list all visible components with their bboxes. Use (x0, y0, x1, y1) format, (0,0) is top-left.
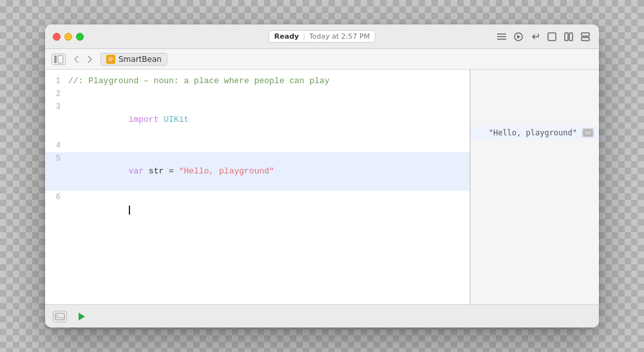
return-icon[interactable] (529, 31, 541, 43)
minimize-button[interactable] (64, 33, 72, 41)
single-panel-icon[interactable] (546, 31, 558, 43)
line-content-1: //: Playground – noun: a place where peo… (68, 75, 469, 88)
code-line-3: 3 import UIKit (45, 101, 469, 139)
result-eye-icon[interactable] (582, 128, 594, 137)
code-lines: 1 //: Playground – noun: a place where p… (45, 70, 469, 235)
svg-rect-9 (54, 55, 57, 63)
code-line-1: 1 //: Playground – noun: a place where p… (45, 75, 469, 88)
text-cursor (129, 206, 130, 215)
svg-rect-14 (55, 313, 64, 320)
code-line-4: 4 (45, 139, 469, 152)
titlebar-right (496, 31, 591, 43)
traffic-lights (53, 33, 84, 41)
code-line-2: 2 (45, 88, 469, 101)
vertical-split-icon[interactable] (580, 31, 591, 43)
line-content-4 (68, 139, 469, 152)
bottom-bar (45, 304, 599, 328)
line-content-5: var str = "Hello, playground" (68, 152, 469, 191)
result-panel: "Hello, playground" (470, 70, 599, 304)
svg-rect-0 (497, 34, 506, 35)
file-icon (106, 55, 115, 64)
content-area: 1 //: Playground – noun: a place where p… (45, 70, 599, 304)
split-panel-icon[interactable] (563, 31, 574, 43)
line-content-3: import UIKit (68, 101, 469, 139)
line-num-6: 6 (45, 191, 68, 204)
result-value-5: "Hello, playground" (489, 128, 577, 137)
line-content-6 (68, 191, 469, 230)
result-line-2 (471, 88, 599, 101)
svg-rect-13 (585, 132, 591, 134)
code-icon[interactable] (513, 31, 524, 43)
line-num-1: 1 (45, 75, 68, 88)
run-button[interactable] (75, 310, 88, 323)
lines-icon[interactable] (496, 31, 507, 43)
file-name-label: SmartBean (118, 55, 162, 64)
svg-rect-8 (582, 37, 589, 41)
close-button[interactable] (53, 33, 61, 41)
status-time-label: Today at 2:57 PM (309, 32, 370, 41)
maximize-button[interactable] (76, 33, 84, 41)
status-ready-label: Ready (274, 32, 299, 41)
titlebar: Ready | Today at 2:57 PM (45, 24, 599, 49)
console-icon[interactable] (53, 311, 67, 322)
code-line-6: 6 (45, 191, 469, 230)
code-editor[interactable]: 1 //: Playground – noun: a place where p… (45, 70, 470, 304)
titlebar-center: Ready | Today at 2:57 PM (269, 30, 375, 43)
svg-rect-1 (497, 36, 506, 37)
file-tab[interactable]: SmartBean (100, 53, 167, 66)
back-button[interactable] (70, 53, 82, 66)
svg-rect-4 (548, 33, 556, 41)
line-num-4: 4 (45, 139, 68, 152)
line-num-3: 3 (45, 101, 68, 113)
code-line-5: 5 var str = "Hello, playground" (45, 152, 469, 191)
svg-rect-2 (497, 39, 506, 40)
nav-buttons (70, 53, 97, 66)
result-line-1 (471, 75, 599, 88)
svg-rect-6 (569, 33, 573, 41)
sidebar-toggle[interactable] (52, 54, 66, 65)
status-badge: Ready | Today at 2:57 PM (269, 30, 375, 43)
forward-button[interactable] (84, 53, 97, 66)
line-num-2: 2 (45, 88, 68, 101)
svg-rect-5 (565, 33, 568, 41)
line-content-2 (68, 88, 469, 101)
result-line-4 (471, 113, 599, 126)
result-line-3 (471, 101, 599, 113)
result-line-6 (471, 139, 599, 152)
svg-rect-7 (582, 33, 589, 36)
svg-rect-10 (58, 55, 63, 63)
line-num-5: 5 (45, 152, 68, 165)
result-line-5: "Hello, playground" (471, 126, 599, 139)
secondary-toolbar: SmartBean (45, 49, 599, 70)
main-window: Ready | Today at 2:57 PM (45, 24, 599, 328)
